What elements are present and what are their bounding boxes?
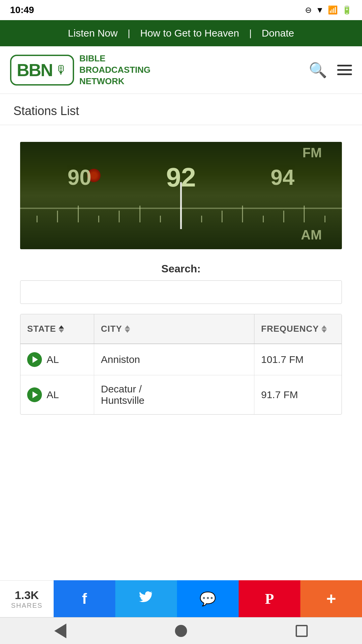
th-state[interactable]: STATE xyxy=(20,314,94,343)
recent-icon xyxy=(296,625,308,637)
home-icon xyxy=(175,625,187,637)
twitter-share-button[interactable] xyxy=(115,580,177,617)
frequency-value-1: 101.7 FM xyxy=(261,354,304,365)
sort-up-icon xyxy=(321,325,327,329)
share-number: 1.3K xyxy=(15,589,39,602)
stations-table: STATE CITY FREQUENCY AL xyxy=(20,314,342,415)
search-icon[interactable]: 🔍 xyxy=(309,61,327,79)
facebook-share-button[interactable]: f xyxy=(54,580,115,617)
sort-frequency xyxy=(321,325,327,333)
bottom-nav xyxy=(0,617,362,644)
th-city[interactable]: CITY xyxy=(94,314,254,343)
tick xyxy=(160,216,161,222)
logo-bbn-text: BBN xyxy=(17,60,53,80)
top-banner: Listen Now | How to Get to Heaven | Dona… xyxy=(0,20,362,46)
sort-down-icon xyxy=(125,329,130,333)
tick xyxy=(57,211,58,222)
table-row: AL Decatur /Huntsville 91.7 FM xyxy=(20,375,342,414)
city-value-1: Anniston xyxy=(101,354,140,365)
dial-90: 90 xyxy=(67,165,91,190)
sort-down-icon xyxy=(59,329,64,333)
td-frequency-2: 91.7 FM xyxy=(254,375,342,414)
tick xyxy=(263,216,264,222)
share-count: 1.3K SHARES xyxy=(0,580,54,617)
messenger-share-button[interactable]: 💬 xyxy=(177,580,239,617)
tick xyxy=(242,206,243,222)
play-icon xyxy=(33,391,38,398)
table-header: STATE CITY FREQUENCY xyxy=(20,314,342,344)
facebook-icon: f xyxy=(82,590,87,607)
twitter-icon xyxy=(139,590,154,608)
back-button[interactable] xyxy=(52,623,69,639)
dial-cursor xyxy=(180,182,182,229)
home-button[interactable] xyxy=(173,623,189,639)
th-city-label: CITY xyxy=(101,324,122,334)
th-state-label: STATE xyxy=(27,324,56,334)
sort-state xyxy=(59,325,64,333)
dnd-icon: ⊖ xyxy=(305,5,312,15)
sort-up-icon xyxy=(125,325,130,329)
listen-now-link[interactable]: Listen Now xyxy=(68,28,118,39)
search-label: Search: xyxy=(20,263,342,275)
search-section: Search: xyxy=(0,259,362,314)
brand-name: BIBLEBROADCASTINGNETWORK xyxy=(79,53,150,87)
search-input[interactable] xyxy=(20,280,342,304)
separator-1: | xyxy=(128,28,130,39)
microphone-icon: 🎙 xyxy=(55,63,67,77)
hamburger-line-3 xyxy=(337,73,352,75)
state-value-2: AL xyxy=(47,389,59,400)
header: BBN 🎙 BIBLEBROADCASTINGNETWORK 🔍 xyxy=(0,46,362,94)
share-label: SHARES xyxy=(11,602,43,609)
tick xyxy=(37,216,38,222)
more-share-button[interactable]: + xyxy=(300,580,362,617)
dial-94: 94 xyxy=(270,165,294,190)
donate-link[interactable]: Donate xyxy=(262,28,294,39)
status-icons: ⊖ ▼ 📶 🔋 xyxy=(305,5,352,15)
sort-city xyxy=(125,325,130,333)
logo-container: BBN 🎙 BIBLEBROADCASTINGNETWORK xyxy=(10,53,302,87)
tick xyxy=(139,206,140,222)
radio-image: FM 90 92 94 AM xyxy=(20,142,342,249)
am-label: AM xyxy=(301,227,322,243)
how-to-heaven-link[interactable]: How to Get to Heaven xyxy=(140,28,239,39)
tick xyxy=(222,211,223,222)
back-icon xyxy=(54,624,66,638)
tick xyxy=(201,216,202,222)
table-row: AL Anniston 101.7 FM xyxy=(20,344,342,375)
battery-icon: 🔋 xyxy=(342,5,352,15)
recent-button[interactable] xyxy=(293,623,310,639)
td-frequency-1: 101.7 FM xyxy=(254,344,342,375)
state-value-1: AL xyxy=(47,354,59,365)
pinterest-share-button[interactable]: P xyxy=(239,580,300,617)
play-button-2[interactable] xyxy=(27,387,42,402)
header-icons: 🔍 xyxy=(309,61,352,79)
tick xyxy=(119,211,120,222)
page-title-section: Stations List xyxy=(0,94,362,125)
status-time: 10:49 xyxy=(10,5,34,15)
menu-icon[interactable] xyxy=(337,65,352,75)
tick xyxy=(324,216,325,222)
play-button-1[interactable] xyxy=(27,352,42,367)
th-frequency-label: FREQUENCY xyxy=(261,324,319,334)
pinterest-icon: P xyxy=(265,590,274,607)
sort-up-icon xyxy=(59,325,64,329)
messenger-icon: 💬 xyxy=(199,591,216,607)
tick xyxy=(304,206,305,222)
td-city-2: Decatur /Huntsville xyxy=(94,375,254,414)
separator-2: | xyxy=(249,28,251,39)
page-title: Stations List xyxy=(13,104,349,118)
tick xyxy=(283,211,284,222)
sort-down-icon xyxy=(321,329,327,333)
play-icon xyxy=(33,356,38,363)
th-frequency[interactable]: FREQUENCY xyxy=(254,314,342,343)
td-state-2: AL xyxy=(20,375,94,414)
wifi-icon: ▼ xyxy=(316,5,324,15)
status-bar: 10:49 ⊖ ▼ 📶 🔋 xyxy=(0,0,362,20)
logo-box: BBN 🎙 xyxy=(10,55,74,86)
frequency-value-2: 91.7 FM xyxy=(261,389,298,400)
city-value-2: Decatur /Huntsville xyxy=(101,383,144,406)
hamburger-line-1 xyxy=(337,65,352,66)
td-state-1: AL xyxy=(20,344,94,375)
plus-icon: + xyxy=(326,589,336,608)
td-city-1: Anniston xyxy=(94,344,254,375)
